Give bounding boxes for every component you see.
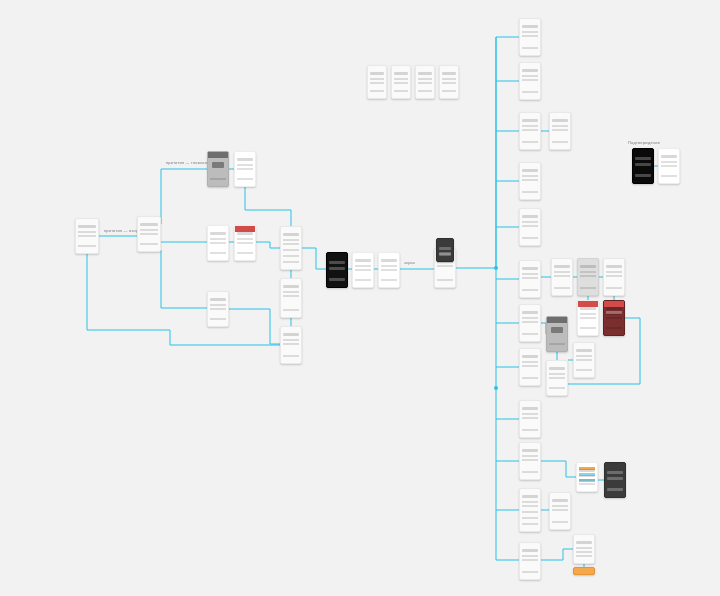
screen-s5[interactable] bbox=[207, 225, 229, 261]
screen-c6[interactable] bbox=[519, 208, 541, 246]
screen-c7c[interactable] bbox=[577, 258, 599, 296]
screen-c9c[interactable] bbox=[573, 342, 595, 378]
screen-c1[interactable] bbox=[519, 18, 541, 56]
screen-c12[interactable] bbox=[519, 400, 541, 438]
flow-connectors bbox=[0, 0, 720, 596]
screen-c8a[interactable] bbox=[577, 300, 599, 336]
screen-c2[interactable] bbox=[519, 62, 541, 100]
edge-label: Подтверждение bbox=[628, 140, 660, 145]
screen-c9b[interactable] bbox=[546, 360, 568, 396]
screen-c9[interactable] bbox=[546, 316, 568, 352]
screen-c15[interactable] bbox=[519, 542, 541, 580]
screen-s14b[interactable] bbox=[436, 238, 454, 262]
screen-e1[interactable] bbox=[576, 462, 598, 492]
screen-c3[interactable] bbox=[519, 112, 541, 150]
edge-label: прототип — вход bbox=[104, 228, 138, 233]
screen-s11[interactable] bbox=[326, 252, 348, 288]
flow-node-dot bbox=[494, 386, 498, 390]
screen-c8b[interactable] bbox=[603, 300, 625, 336]
screen-c11[interactable] bbox=[519, 348, 541, 386]
screen-c5[interactable] bbox=[519, 162, 541, 200]
screen-f1[interactable] bbox=[573, 534, 595, 564]
screen-s9[interactable] bbox=[280, 278, 302, 318]
screen-s6[interactable] bbox=[234, 225, 256, 261]
screen-s7[interactable] bbox=[207, 291, 229, 327]
edge-label: экран bbox=[404, 260, 415, 265]
screen-c10[interactable] bbox=[519, 304, 541, 342]
edge-label: прототип — главная bbox=[166, 160, 207, 165]
screen-s2[interactable] bbox=[137, 216, 161, 252]
screen-e2[interactable] bbox=[604, 462, 626, 498]
screen-s1[interactable] bbox=[75, 218, 99, 254]
screen-s13[interactable] bbox=[378, 252, 400, 288]
screen-s3[interactable] bbox=[207, 151, 229, 187]
screen-c4[interactable] bbox=[549, 112, 571, 150]
screen-s16[interactable] bbox=[391, 65, 411, 99]
screen-s15[interactable] bbox=[367, 65, 387, 99]
screen-s8[interactable] bbox=[280, 226, 302, 270]
screen-c7b[interactable] bbox=[551, 258, 573, 296]
screen-c14b[interactable] bbox=[549, 492, 571, 530]
screen-c13[interactable] bbox=[519, 442, 541, 480]
screen-d1[interactable] bbox=[632, 148, 654, 184]
screen-s10[interactable] bbox=[280, 326, 302, 364]
screen-s17[interactable] bbox=[415, 65, 435, 99]
screen-f2[interactable] bbox=[573, 567, 595, 575]
screen-c14[interactable] bbox=[519, 488, 541, 532]
screen-d2[interactable] bbox=[658, 148, 680, 184]
screen-c7d[interactable] bbox=[603, 258, 625, 296]
screen-s4[interactable] bbox=[234, 151, 256, 187]
flow-node-dot bbox=[494, 266, 498, 270]
screen-s18[interactable] bbox=[439, 65, 459, 99]
screen-s12[interactable] bbox=[352, 252, 374, 288]
screen-c7[interactable] bbox=[519, 260, 541, 298]
